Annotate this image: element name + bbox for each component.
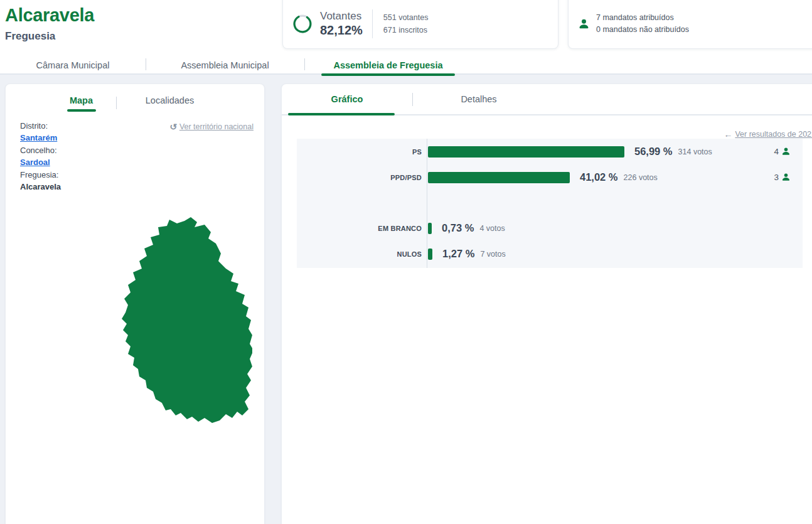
- bar-ps: [428, 146, 624, 158]
- parish-name: Alcaravela: [20, 181, 253, 193]
- percent-value: 0,73 %: [442, 222, 474, 234]
- percent-value: 1,27 %: [442, 248, 474, 260]
- left-arrow-icon: ←: [724, 129, 732, 139]
- content-area: Mapa Localidades Distrito: Santarém Conc…: [5, 83, 812, 524]
- party-label: PPD/PSD: [297, 174, 427, 181]
- page-header: Alcaravela Freguesia Votantes 82,12% 551…: [0, 0, 812, 75]
- view-2021-results-link[interactable]: ← Ver resultados de 2021: [724, 129, 812, 139]
- percent-value: 56,99 %: [634, 146, 673, 158]
- main-tabs: Câmara Municipal Assembleia Municipal As…: [0, 56, 472, 73]
- chart-row-nulos: NULOS 1,27 % 7 votos: [297, 241, 803, 267]
- chart-row-ppd-psd: PPD/PSD 41,02 % 226 votos 3: [297, 164, 803, 190]
- mandates-ps: 4: [774, 147, 791, 156]
- turnout-summary: Votantes 82,12%: [320, 10, 363, 38]
- person-icon: [578, 18, 590, 30]
- person-icon: [781, 147, 791, 156]
- percent-value: 41,02 %: [580, 171, 618, 183]
- view-2021-results-label: Ver resultados de 2021: [735, 130, 812, 139]
- mandates-not-attributed: 0 mandatos não atribuídos: [596, 24, 689, 36]
- tab-camara-municipal[interactable]: Câmara Municipal: [0, 56, 146, 73]
- turnout-divider: [372, 9, 373, 38]
- chart-row-spacer: [297, 190, 803, 215]
- turnout-card: Votantes 82,12% 551 votantes 671 inscrit…: [282, 0, 558, 49]
- mandates-summary: 7 mandatos atribuídos 0 mandatos não atr…: [596, 12, 689, 36]
- votes-value: 7 votos: [480, 250, 505, 259]
- results-panel-tabs: Gráfico Detalhes: [282, 84, 812, 115]
- chart-row-em-branco: EM BRANCO 0,73 % 4 votos: [297, 215, 803, 241]
- results-bar-chart: PS 56,99 % 314 votos 4 PPD/PSD 41,02 % 2…: [297, 139, 803, 268]
- bar-nulos: [428, 249, 432, 260]
- turnout-percent: 82,12%: [320, 23, 363, 38]
- turnout-label: Votantes: [320, 10, 363, 23]
- chart-row-ps: PS 56,99 % 314 votos 4: [297, 139, 803, 164]
- view-national-territory-link[interactable]: ↺ Ver território nacional: [169, 122, 254, 132]
- turnout-donut-icon: [292, 14, 313, 34]
- parish-label: Freguesia:: [20, 169, 253, 181]
- bar-em-branco: [428, 223, 432, 234]
- bar-ppd-psd: [428, 172, 570, 183]
- mandates-attributed: 7 mandatos atribuídos: [596, 12, 689, 24]
- page-subtitle: Freguesia: [5, 30, 94, 43]
- category-label: EM BRANCO: [297, 225, 427, 232]
- view-national-territory-label: Ver território nacional: [179, 122, 254, 131]
- page-title: Alcaravela: [5, 5, 94, 26]
- parish-map[interactable]: [110, 216, 252, 424]
- tab-assembleia-municipal[interactable]: Assembleia Municipal: [146, 56, 304, 73]
- voters-count: 551 votantes: [383, 11, 429, 24]
- votes-value: 226 votos: [624, 173, 658, 182]
- tab-assembleia-de-freguesia[interactable]: Assembleia de Freguesia: [304, 56, 472, 73]
- tab-grafico[interactable]: Gráfico: [282, 84, 412, 114]
- municipality-label: Concelho:: [20, 145, 253, 156]
- location-info: Distrito: Santarém Concelho: Sardoal Fre…: [6, 113, 264, 193]
- tab-mapa[interactable]: Mapa: [47, 95, 116, 113]
- votes-value: 4 votos: [479, 224, 505, 233]
- reset-icon: ↺: [169, 122, 177, 132]
- tab-localidades[interactable]: Localidades: [117, 95, 223, 113]
- votes-value: 314 votos: [678, 147, 712, 156]
- mandate-count: 4: [774, 147, 779, 156]
- title-block: Alcaravela Freguesia: [5, 5, 94, 43]
- party-label: PS: [297, 148, 427, 156]
- results-panel: Gráfico Detalhes ← Ver resultados de 202…: [281, 83, 812, 524]
- person-icon: [781, 173, 791, 182]
- map-panel-tabs: Mapa Localidades: [6, 84, 264, 113]
- district-link[interactable]: Santarém: [20, 132, 57, 144]
- municipality-link[interactable]: Sardoal: [20, 157, 50, 168]
- turnout-stats: 551 votantes 671 inscritos: [383, 11, 429, 36]
- mandates-ppd-psd: 3: [774, 173, 791, 182]
- mandate-count: 3: [774, 173, 779, 182]
- map-panel: Mapa Localidades Distrito: Santarém Conc…: [5, 83, 265, 524]
- mandates-card: 7 mandatos atribuídos 0 mandatos não atr…: [568, 0, 812, 49]
- category-label: NULOS: [297, 250, 427, 258]
- tab-detalhes[interactable]: Detalhes: [412, 84, 545, 114]
- registered-count: 671 inscritos: [383, 24, 429, 36]
